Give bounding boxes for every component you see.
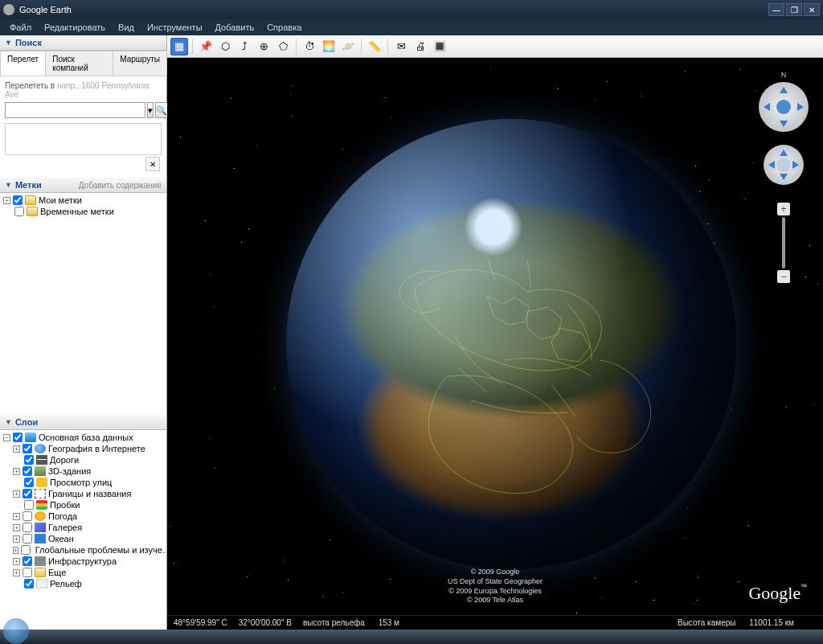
layer-checkbox[interactable] [21, 545, 31, 555]
layer-checkbox[interactable] [24, 500, 34, 510]
layer-checkbox[interactable] [23, 534, 32, 544]
layers-root[interactable]: −Основная база данных [3, 432, 163, 443]
expander-icon[interactable]: + [13, 535, 20, 543]
layer-checkbox[interactable] [23, 511, 32, 521]
search-panel-header[interactable]: ▼ Поиск [0, 35, 166, 51]
layer-checkbox[interactable] [23, 444, 32, 453]
layer-checkbox[interactable] [23, 489, 32, 498]
layer-checkbox[interactable] [13, 195, 23, 205]
layer-item[interactable]: +Еще [3, 567, 163, 578]
menu-справка[interactable]: Справка [260, 21, 308, 34]
eye-icon[interactable] [776, 100, 791, 114]
pan-up-button[interactable] [780, 150, 788, 156]
layer-checkbox[interactable] [13, 433, 23, 442]
look-right-button[interactable] [797, 103, 804, 111]
expander-icon[interactable]: − [3, 434, 10, 441]
layer-checkbox[interactable] [24, 579, 34, 589]
toolbar-button-7[interactable]: 🌅 [320, 38, 338, 55]
hand-icon[interactable] [776, 158, 791, 172]
maximize-button[interactable]: ❐ [786, 3, 802, 16]
toolbar-button-8[interactable]: 🪐 [339, 38, 357, 55]
expander-icon[interactable]: + [13, 490, 20, 498]
toolbar-button-6[interactable]: ⏱ [301, 38, 318, 55]
layer-item[interactable]: +Океан [3, 533, 163, 544]
expander-icon[interactable]: + [13, 547, 18, 554]
toolbar-button-5[interactable]: ⬠ [274, 38, 292, 55]
pan-control[interactable] [764, 145, 804, 185]
expander-icon[interactable]: + [13, 468, 20, 475]
layer-checkbox[interactable] [24, 455, 34, 465]
layer-checkbox[interactable] [24, 478, 34, 487]
layer-item[interactable]: +Погода [3, 511, 163, 522]
look-down-button[interactable] [780, 121, 788, 127]
close-button[interactable]: ✕ [804, 3, 820, 16]
toolbar-button-10[interactable]: ✉ [392, 38, 410, 55]
search-tab[interactable]: Поиск компаний [45, 51, 113, 76]
globe-viewport[interactable]: N + − © 2009 GoogleUS Dept of [167, 58, 823, 630]
layer-item[interactable]: Рельеф [3, 578, 163, 589]
layer-item[interactable]: Пробки [3, 499, 163, 511]
pan-left-button[interactable] [768, 161, 775, 169]
layer-item[interactable]: +География в Интернете [3, 443, 163, 454]
layer-icon [35, 489, 46, 498]
search-input[interactable] [5, 102, 145, 118]
menu-инструменты[interactable]: Инструменты [141, 21, 209, 34]
expander-icon[interactable]: + [13, 558, 20, 565]
add-content-link[interactable]: Добавить содержание [79, 181, 162, 190]
zoom-slider[interactable]: + − [778, 203, 789, 283]
toolbar-button-0[interactable]: ▦ [170, 38, 188, 55]
places-item[interactable]: +Мои метки [3, 195, 163, 206]
earth-globe[interactable] [286, 119, 736, 569]
expander-icon[interactable]: + [13, 524, 20, 531]
layer-item[interactable]: +Галерея [3, 522, 163, 533]
pan-down-button[interactable] [780, 174, 788, 180]
layer-checkbox[interactable] [23, 556, 32, 566]
layer-item[interactable]: Дороги [3, 454, 163, 466]
minimize-button[interactable]: — [768, 3, 784, 16]
layer-checkbox[interactable] [14, 207, 24, 216]
pan-right-button[interactable] [792, 161, 799, 169]
layer-checkbox[interactable] [23, 568, 32, 577]
places-item[interactable]: Временные метки [3, 206, 163, 217]
expander-icon[interactable]: + [13, 569, 20, 576]
search-tab[interactable]: Перелет [0, 51, 46, 76]
layers-panel-header[interactable]: ▼ Слои [0, 415, 166, 430]
expander-icon[interactable]: + [13, 513, 20, 520]
layer-checkbox[interactable] [23, 466, 32, 476]
menu-добавить[interactable]: Добавить [209, 21, 261, 34]
layer-item[interactable]: +Границы и названия [3, 488, 163, 499]
search-tab[interactable]: Маршруты [113, 51, 167, 76]
search-tabs: ПерелетПоиск компанийМаршруты [0, 51, 166, 76]
clear-results-button[interactable]: ✕ [145, 157, 160, 171]
toolbar-button-4[interactable]: ⊕ [255, 38, 272, 55]
toolbar-button-3[interactable]: ⤴ [235, 38, 253, 55]
layer-item[interactable]: +3D-здания [3, 466, 163, 477]
collapse-icon[interactable]: ▼ [5, 181, 12, 189]
look-compass[interactable]: N [759, 82, 809, 132]
toolbar-button-11[interactable]: 🖨 [412, 38, 429, 55]
toolbar-button-2[interactable]: ⬡ [216, 38, 234, 55]
toolbar-button-12[interactable]: 🔳 [431, 38, 448, 55]
layer-item[interactable]: Просмотр улиц [3, 477, 163, 488]
look-up-button[interactable] [780, 87, 788, 93]
zoom-track[interactable] [782, 217, 785, 269]
search-history-dropdown[interactable]: ▾ [147, 102, 154, 118]
expander-icon[interactable]: + [3, 197, 10, 204]
collapse-icon[interactable]: ▼ [5, 39, 12, 47]
toolbar-button-1[interactable]: 📌 [197, 38, 215, 55]
search-go-button[interactable]: 🔍 [155, 102, 168, 118]
places-panel-header[interactable]: ▼ Метки Добавить содержание [0, 178, 166, 193]
zoom-in-button[interactable]: + [777, 203, 790, 215]
layer-item[interactable]: +Глобальные проблемы и изуче… [3, 544, 163, 556]
menu-вид[interactable]: Вид [112, 21, 141, 34]
collapse-icon[interactable]: ▼ [5, 418, 12, 426]
toolbar-button-9[interactable]: 📏 [366, 38, 383, 55]
layer-item[interactable]: +Инфраструктура [3, 556, 163, 567]
layer-checkbox[interactable] [23, 523, 32, 532]
expander-icon[interactable]: + [13, 445, 20, 453]
start-orb-icon[interactable] [3, 618, 29, 644]
menu-редактировать[interactable]: Редактировать [38, 21, 112, 34]
zoom-out-button[interactable]: − [777, 270, 790, 283]
menu-файл[interactable]: Файл [3, 21, 38, 34]
look-left-button[interactable] [764, 103, 770, 111]
